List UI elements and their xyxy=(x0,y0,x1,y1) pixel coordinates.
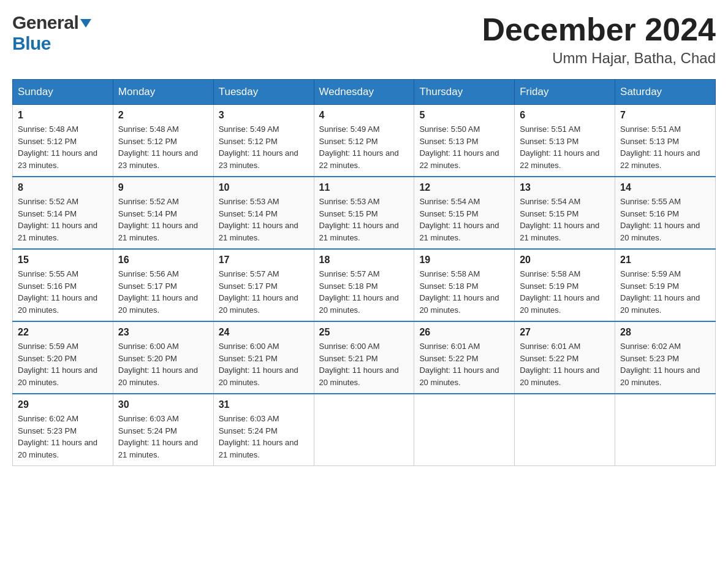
calendar-cell: 30 Sunrise: 6:03 AMSunset: 5:24 PMDaylig… xyxy=(113,394,213,466)
day-info: Sunrise: 5:57 AMSunset: 5:18 PMDaylight:… xyxy=(319,269,399,315)
day-info: Sunrise: 5:57 AMSunset: 5:17 PMDaylight:… xyxy=(219,269,298,315)
calendar-cell: 1 Sunrise: 5:48 AMSunset: 5:12 PMDayligh… xyxy=(13,105,113,177)
calendar-cell: 12 Sunrise: 5:54 AMSunset: 5:15 PMDaylig… xyxy=(414,177,515,249)
col-wednesday: Wednesday xyxy=(314,80,414,105)
calendar-cell: 22 Sunrise: 5:59 AMSunset: 5:20 PMDaylig… xyxy=(13,321,113,394)
day-info: Sunrise: 5:51 AMSunset: 5:13 PMDaylight:… xyxy=(520,124,599,170)
day-info: Sunrise: 6:02 AMSunset: 5:23 PMDaylight:… xyxy=(18,414,97,459)
day-number: 28 xyxy=(620,327,710,338)
calendar-cell: 29 Sunrise: 6:02 AMSunset: 5:23 PMDaylig… xyxy=(13,394,113,466)
day-number: 2 xyxy=(118,110,208,121)
calendar-cell xyxy=(414,394,515,466)
calendar-cell: 10 Sunrise: 5:53 AMSunset: 5:14 PMDaylig… xyxy=(213,177,314,249)
svg-marker-0 xyxy=(80,19,91,28)
calendar-cell: 9 Sunrise: 5:52 AMSunset: 5:14 PMDayligh… xyxy=(113,177,213,249)
day-number: 7 xyxy=(620,110,710,121)
calendar-cell: 28 Sunrise: 6:02 AMSunset: 5:23 PMDaylig… xyxy=(615,321,716,394)
day-number: 22 xyxy=(18,327,108,338)
calendar-cell: 8 Sunrise: 5:52 AMSunset: 5:14 PMDayligh… xyxy=(13,177,113,249)
day-number: 30 xyxy=(118,399,208,410)
day-number: 25 xyxy=(319,327,409,338)
calendar-cell: 4 Sunrise: 5:49 AMSunset: 5:12 PMDayligh… xyxy=(314,105,414,177)
calendar-cell: 17 Sunrise: 5:57 AMSunset: 5:17 PMDaylig… xyxy=(213,249,314,321)
day-number: 29 xyxy=(18,399,108,410)
logo-general: General xyxy=(12,12,91,33)
col-friday: Friday xyxy=(515,80,615,105)
month-year-title: December 2024 xyxy=(482,12,716,47)
location-subtitle: Umm Hajar, Batha, Chad xyxy=(482,50,716,67)
calendar-cell: 2 Sunrise: 5:48 AMSunset: 5:12 PMDayligh… xyxy=(113,105,213,177)
calendar-cell: 24 Sunrise: 6:00 AMSunset: 5:21 PMDaylig… xyxy=(213,321,314,394)
col-thursday: Thursday xyxy=(414,80,515,105)
day-info: Sunrise: 5:51 AMSunset: 5:13 PMDaylight:… xyxy=(620,124,700,170)
day-number: 17 xyxy=(219,255,309,266)
calendar-cell: 16 Sunrise: 5:56 AMSunset: 5:17 PMDaylig… xyxy=(113,249,213,321)
day-info: Sunrise: 6:02 AMSunset: 5:23 PMDaylight:… xyxy=(620,342,700,387)
day-info: Sunrise: 6:03 AMSunset: 5:24 PMDaylight:… xyxy=(118,414,198,459)
logo-blue: Blue xyxy=(12,33,91,54)
day-number: 21 xyxy=(620,255,710,266)
day-info: Sunrise: 5:50 AMSunset: 5:13 PMDaylight:… xyxy=(419,124,499,170)
day-info: Sunrise: 5:49 AMSunset: 5:12 PMDaylight:… xyxy=(319,124,399,170)
day-number: 11 xyxy=(319,182,409,193)
calendar-cell: 11 Sunrise: 5:53 AMSunset: 5:15 PMDaylig… xyxy=(314,177,414,249)
calendar-cell: 27 Sunrise: 6:01 AMSunset: 5:22 PMDaylig… xyxy=(515,321,615,394)
day-number: 4 xyxy=(319,110,409,121)
day-number: 1 xyxy=(18,110,108,121)
day-number: 31 xyxy=(219,399,309,410)
title-block: December 2024 Umm Hajar, Batha, Chad xyxy=(482,12,716,67)
calendar-cell: 7 Sunrise: 5:51 AMSunset: 5:13 PMDayligh… xyxy=(615,105,716,177)
calendar-cell xyxy=(314,394,414,466)
calendar-cell xyxy=(615,394,716,466)
day-info: Sunrise: 5:52 AMSunset: 5:14 PMDaylight:… xyxy=(18,197,97,242)
day-info: Sunrise: 5:53 AMSunset: 5:15 PMDaylight:… xyxy=(319,197,399,242)
calendar-table: Sunday Monday Tuesday Wednesday Thursday… xyxy=(12,79,716,466)
calendar-cell: 21 Sunrise: 5:59 AMSunset: 5:19 PMDaylig… xyxy=(615,249,716,321)
calendar-week-row: 22 Sunrise: 5:59 AMSunset: 5:20 PMDaylig… xyxy=(13,321,716,394)
col-sunday: Sunday xyxy=(13,80,113,105)
day-number: 9 xyxy=(118,182,208,193)
col-monday: Monday xyxy=(113,80,213,105)
day-info: Sunrise: 6:03 AMSunset: 5:24 PMDaylight:… xyxy=(219,414,298,459)
day-number: 26 xyxy=(419,327,509,338)
calendar-cell: 31 Sunrise: 6:03 AMSunset: 5:24 PMDaylig… xyxy=(213,394,314,466)
col-tuesday: Tuesday xyxy=(213,80,314,105)
logo: General Blue xyxy=(12,12,91,54)
day-number: 19 xyxy=(419,255,509,266)
day-number: 14 xyxy=(620,182,710,193)
col-saturday: Saturday xyxy=(615,80,716,105)
day-info: Sunrise: 5:55 AMSunset: 5:16 PMDaylight:… xyxy=(620,197,700,242)
day-info: Sunrise: 6:00 AMSunset: 5:21 PMDaylight:… xyxy=(219,342,298,387)
calendar-cell xyxy=(515,394,615,466)
day-number: 20 xyxy=(520,255,610,266)
day-number: 5 xyxy=(419,110,509,121)
logo-arrow-icon xyxy=(80,13,91,34)
day-info: Sunrise: 6:01 AMSunset: 5:22 PMDaylight:… xyxy=(520,342,599,387)
calendar-cell: 6 Sunrise: 5:51 AMSunset: 5:13 PMDayligh… xyxy=(515,105,615,177)
calendar-cell: 18 Sunrise: 5:57 AMSunset: 5:18 PMDaylig… xyxy=(314,249,414,321)
day-info: Sunrise: 5:55 AMSunset: 5:16 PMDaylight:… xyxy=(18,269,97,315)
calendar-cell: 13 Sunrise: 5:54 AMSunset: 5:15 PMDaylig… xyxy=(515,177,615,249)
day-number: 18 xyxy=(319,255,409,266)
day-number: 24 xyxy=(219,327,309,338)
day-number: 10 xyxy=(219,182,309,193)
header-row: Sunday Monday Tuesday Wednesday Thursday… xyxy=(13,80,716,105)
day-info: Sunrise: 5:53 AMSunset: 5:14 PMDaylight:… xyxy=(219,197,298,242)
calendar-cell: 20 Sunrise: 5:58 AMSunset: 5:19 PMDaylig… xyxy=(515,249,615,321)
day-info: Sunrise: 5:59 AMSunset: 5:20 PMDaylight:… xyxy=(18,342,97,387)
calendar-cell: 25 Sunrise: 6:00 AMSunset: 5:21 PMDaylig… xyxy=(314,321,414,394)
calendar-week-row: 8 Sunrise: 5:52 AMSunset: 5:14 PMDayligh… xyxy=(13,177,716,249)
day-info: Sunrise: 5:48 AMSunset: 5:12 PMDaylight:… xyxy=(118,124,198,170)
day-info: Sunrise: 5:58 AMSunset: 5:19 PMDaylight:… xyxy=(520,269,599,315)
day-number: 16 xyxy=(118,255,208,266)
day-info: Sunrise: 6:00 AMSunset: 5:21 PMDaylight:… xyxy=(319,342,399,387)
day-number: 13 xyxy=(520,182,610,193)
page-header: General Blue December 2024 Umm Hajar, Ba… xyxy=(12,12,716,67)
day-info: Sunrise: 6:01 AMSunset: 5:22 PMDaylight:… xyxy=(419,342,499,387)
day-number: 27 xyxy=(520,327,610,338)
calendar-cell: 19 Sunrise: 5:58 AMSunset: 5:18 PMDaylig… xyxy=(414,249,515,321)
calendar-week-row: 1 Sunrise: 5:48 AMSunset: 5:12 PMDayligh… xyxy=(13,105,716,177)
calendar-cell: 5 Sunrise: 5:50 AMSunset: 5:13 PMDayligh… xyxy=(414,105,515,177)
day-info: Sunrise: 5:59 AMSunset: 5:19 PMDaylight:… xyxy=(620,269,700,315)
day-number: 6 xyxy=(520,110,610,121)
